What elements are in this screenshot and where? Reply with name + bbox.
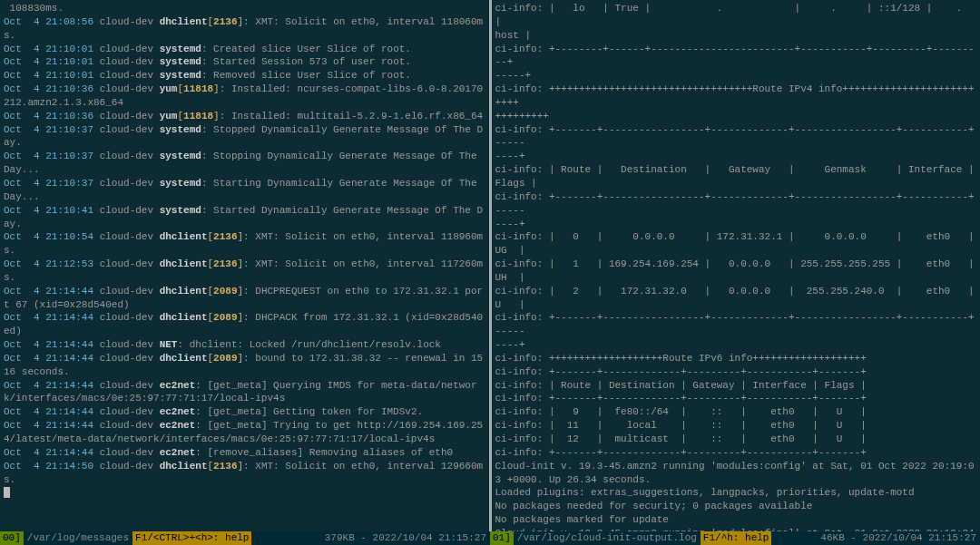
left-pane[interactable]: 108830ms.Oct 4 21:08:56 cloud-dev dhclie… [0,0,492,545]
log-line: ci-info: +-------+-------------+--------… [495,365,977,379]
log-line: Oct 4 21:14:44 cloud-dev NET: dhclient: … [4,338,485,352]
log-line: 108830ms. [4,2,485,15]
log-line: Oct 4 21:12:53 cloud-dev dhclient[2136]:… [4,258,485,285]
help-hint-right[interactable]: F1/^h: help [701,531,772,545]
log-line: Oct 4 21:10:41 cloud-dev systemd: Starte… [4,204,485,231]
log-line: Cloud-init v. 19.3-45.amzn2 running 'mod… [495,460,977,487]
log-line: ci-info: +-------+-------------+--------… [495,446,977,460]
file-meta-left: 379KB - 2022/10/04 21:15:27 [251,531,490,545]
log-line: Oct 4 21:10:01 cloud-dev systemd: Starte… [4,55,485,69]
log-line: +++++++++ [495,110,977,123]
log-line: Oct 4 21:10:36 cloud-dev yum[11818]: Ins… [4,110,485,123]
log-line: -----+ [495,69,977,83]
log-line: ci-info: +-------+-----------------+----… [495,190,977,218]
log-line: Oct 4 21:10:54 cloud-dev dhclient[2136]:… [4,230,485,258]
log-line: Loaded plugins: extras_suggestions, lang… [495,486,977,500]
log-line: ----+ [495,150,977,163]
log-line: ci-info: | 0 | 0.0.0.0 | 172.31.32.1 | 0… [495,230,977,258]
log-line: ----+ [495,218,977,231]
log-line: Oct 4 21:10:01 cloud-dev systemd: Remove… [4,69,485,83]
log-line: host | [495,29,977,43]
log-line: Oct 4 21:10:37 cloud-dev systemd: Stoppe… [4,123,485,151]
log-line: Oct 4 21:10:37 cloud-dev systemd: Starti… [4,177,485,204]
log-line: Oct 4 21:14:44 cloud-dev dhclient[2089]:… [4,311,485,338]
log-line: ci-info: +-------+-----------------+----… [495,311,977,338]
log-line: ci-info: | 1 | 169.254.169.254 | 0.0.0.0… [495,258,977,285]
log-line: Oct 4 21:14:44 cloud-dev ec2net: [remove… [4,446,485,460]
log-line: ci-info: +--------+------+--------------… [495,43,977,70]
log-line: ci-info: | Route | Destination | Gateway… [495,163,977,190]
log-line: Oct 4 21:10:36 cloud-dev yum[11818]: Ins… [4,83,485,110]
help-hint-left[interactable]: F1/<CTRL>+<h>: help [132,531,251,545]
status-bar: 00] /var/log/messages F1/<CTRL>+<h>: hel… [0,531,980,545]
log-line: No packages marked for update [495,513,977,527]
log-line: Oct 4 21:14:44 cloud-dev ec2net: [get_me… [4,419,485,446]
file-meta-right: 46KB - 2022/10/04 21:15:27 [771,531,980,545]
pane-index-0: 00] [0,531,24,545]
log-line: No packages needed for security; 0 packa… [495,500,977,513]
log-line: Oct 4 21:10:37 cloud-dev systemd: Stoppi… [4,150,485,177]
status-right: 01] /var/log/cloud-init-output.log F1/^h… [490,531,980,545]
log-line: ----+ [495,338,977,352]
log-line: ci-info: +++++++++++++++++++Route IPv6 i… [495,352,977,365]
log-line: ci-info: | 2 | 172.31.32.0 | 0.0.0.0 | 2… [495,285,977,312]
log-line: ci-info: | 9 | fe80::/64 | :: | eth0 | U… [495,405,977,419]
pane-index-1: 01] [490,531,514,545]
cursor [4,487,10,498]
file-path-left: /var/log/messages [24,531,132,545]
log-line: ci-info: | 12 | multicast | :: | eth0 | … [495,433,977,446]
log-line: ci-info: +-------+-----------------+----… [495,123,977,151]
log-line: ci-info: | lo | True | . | . | ::1/128 |… [495,2,977,29]
log-line: ci-info: | Route | Destination | Gateway… [495,379,977,393]
log-line: Oct 4 21:14:50 cloud-dev dhclient[2136]:… [4,460,485,487]
log-line: Oct 4 21:10:01 cloud-dev systemd: Create… [4,43,485,56]
file-path-right: /var/log/cloud-init-output.log [514,531,701,545]
log-line: Oct 4 21:14:44 cloud-dev dhclient[2089]:… [4,285,485,312]
log-line: Oct 4 21:08:56 cloud-dev dhclient[2136]:… [4,15,485,43]
log-line: ci-info: +++++++++++++++++++++++++++++++… [495,83,977,110]
log-line: Oct 4 21:14:44 cloud-dev dhclient[2089]:… [4,352,485,379]
log-line: Oct 4 21:14:44 cloud-dev ec2net: [get_me… [4,405,485,419]
log-line: Oct 4 21:14:44 cloud-dev ec2net: [get_me… [4,379,485,406]
status-left: 00] /var/log/messages F1/<CTRL>+<h>: hel… [0,531,490,545]
log-line: ci-info: | 11 | local | :: | eth0 | U | [495,419,977,433]
log-line: ci-info: +-------+-------------+--------… [495,392,977,405]
right-pane[interactable]: ci-info: | lo | True | . | . | ::1/128 |… [492,0,981,545]
